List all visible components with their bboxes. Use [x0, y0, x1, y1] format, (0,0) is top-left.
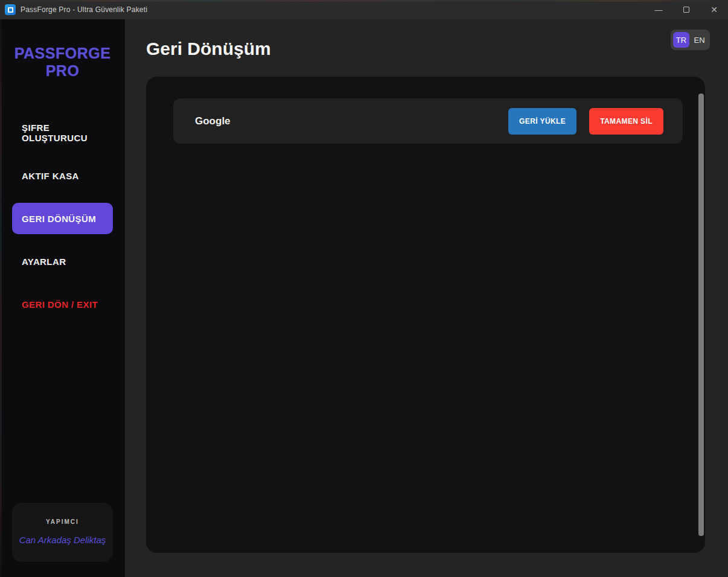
sidebar-item-active-vault[interactable]: AKTIF KASA: [12, 160, 113, 191]
sidebar-menu: ŞIFRE OLUŞTURUCU AKTIF KASA GERI DÖNÜŞÜM…: [0, 117, 125, 320]
minimize-button[interactable]: —: [645, 0, 672, 19]
sidebar-item-exit[interactable]: GERI DÖN / EXIT: [12, 288, 113, 320]
sidebar-item-label: AYARLAR: [22, 257, 66, 267]
minimize-icon: —: [655, 5, 663, 14]
recycle-item-actions: GERİ YÜKLE TAMAMEN SİL: [508, 108, 663, 135]
window-controls: — ✕: [645, 0, 728, 19]
maximize-button[interactable]: [672, 0, 700, 19]
page-title: Geri Dönüşüm: [146, 39, 271, 59]
close-button[interactable]: ✕: [700, 0, 728, 19]
maximize-icon: [683, 7, 689, 13]
titlebar: PassForge Pro - Ultra Güvenlik Paketi — …: [0, 0, 728, 19]
window-title: PassForge Pro - Ultra Güvenlik Paketi: [21, 5, 147, 14]
close-icon: ✕: [710, 5, 718, 14]
recycle-bin-panel: Google GERİ YÜKLE TAMAMEN SİL: [146, 77, 705, 553]
maker-card: YAPIMCI Can Arkadaş Deliktaş: [12, 503, 113, 562]
delete-permanently-button[interactable]: TAMAMEN SİL: [589, 108, 663, 135]
sidebar-item-label: AKTIF KASA: [22, 171, 79, 181]
window-top-edge-decoration: [0, 0, 728, 2]
sidebar-item-recycle-bin[interactable]: GERI DÖNÜŞÜM: [12, 203, 113, 234]
sidebar-item-settings[interactable]: AYARLAR: [12, 246, 113, 277]
app-logo: PASSFORGE PRO: [0, 45, 125, 80]
sidebar-item-label: ŞIFRE OLUŞTURUCU: [22, 123, 113, 143]
language-button-en[interactable]: EN: [691, 32, 707, 48]
language-button-tr[interactable]: TR: [673, 32, 689, 48]
sidebar: PASSFORGE PRO ŞIFRE OLUŞTURUCU AKTIF KAS…: [0, 19, 125, 577]
sidebar-item-label: GERI DÖNÜŞÜM: [22, 214, 96, 224]
scrollbar-thumb[interactable]: [698, 94, 704, 536]
maker-name: Can Arkadaş Deliktaş: [17, 535, 108, 545]
restore-button[interactable]: GERİ YÜKLE: [508, 108, 576, 135]
maker-title: YAPIMCI: [17, 518, 108, 525]
sidebar-item-password-generator[interactable]: ŞIFRE OLUŞTURUCU: [12, 117, 113, 148]
app-icon-inner: [8, 7, 13, 13]
app-icon: [5, 4, 16, 15]
language-toggle: TR EN: [671, 30, 710, 50]
recycle-item-row: Google GERİ YÜKLE TAMAMEN SİL: [173, 98, 683, 144]
recycle-item-name: Google: [195, 115, 231, 127]
sidebar-item-label: GERI DÖN / EXIT: [22, 299, 98, 310]
window-left-edge-decoration: [0, 19, 2, 577]
